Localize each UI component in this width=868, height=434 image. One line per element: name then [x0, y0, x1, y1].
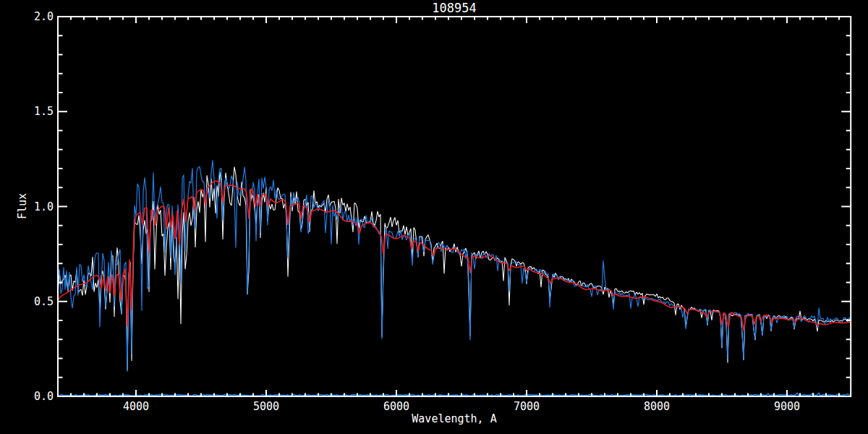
x-axis-label: Wavelength, A: [412, 412, 496, 425]
tick-labels: 4000500060007000800090000.00.51.01.52.0: [34, 10, 800, 413]
observed-spectrum-white-trace: [58, 167, 851, 370]
x-tick-label: 6000: [383, 400, 409, 413]
chart-title: 108954: [432, 1, 476, 15]
x-tick-label: 7000: [514, 400, 540, 413]
x-tick-label: 9000: [774, 400, 800, 413]
x-tick-label: 5000: [253, 400, 279, 413]
axis-ticks: [58, 17, 851, 396]
spectrum-plot-window: 108954 4000500060007000800090000.00.51.0…: [0, 0, 868, 434]
spectrum-chart: 108954 4000500060007000800090000.00.51.0…: [0, 0, 868, 434]
y-tick-label: 2.0: [34, 10, 54, 23]
y-tick-label: 0.0: [34, 390, 54, 403]
y-tick-label: 1.5: [34, 105, 54, 118]
axes-frame: [58, 17, 851, 396]
sky-baseline-blue-trace: [58, 393, 851, 396]
y-tick-label: 0.5: [34, 295, 54, 308]
spectrum-traces: [58, 161, 851, 396]
x-tick-label: 8000: [644, 400, 670, 413]
y-axis-label: Flux: [16, 193, 29, 219]
y-tick-label: 1.0: [34, 200, 54, 213]
x-tick-label: 4000: [123, 400, 149, 413]
plot-frame: [58, 17, 851, 396]
